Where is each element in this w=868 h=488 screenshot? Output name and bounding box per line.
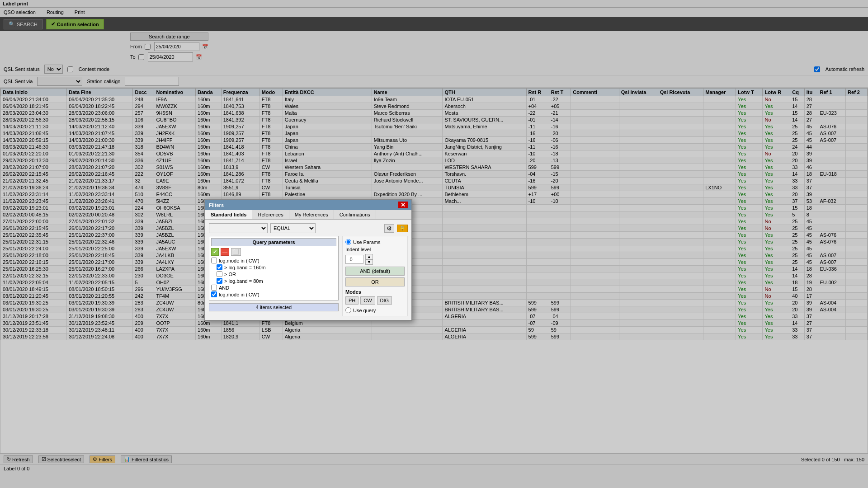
modal-overlay: Filters ✕ Standard fields References My … [0,0,868,488]
qp-remove-button[interactable]: — [221,248,229,256]
qp-item-3: > OR [211,271,336,277]
lock-button[interactable]: 🔒 [397,225,408,232]
items-selected-bar: 4 items selected [209,303,339,311]
indent-up-btn[interactable]: ▲ [365,254,373,259]
qp-add-button[interactable]: ✔ [211,248,219,256]
mode-dig-button[interactable]: DIG [377,296,392,305]
qp-item-2: > log.band = 160m [211,264,336,270]
qp-check-5[interactable] [211,285,217,291]
gear-button[interactable]: ⚙ [384,224,394,233]
indent-level-label: Indent level [345,247,371,252]
qp-label-1: log.mode in ('CW') [219,258,259,263]
qp-item-1: log.mode in ('CW') [211,258,336,263]
indent-value-row: ▲ ▼ [345,254,405,265]
qp-check-4[interactable] [217,278,222,284]
use-query-row: Use query [345,307,405,313]
filters-modal: Filters ✕ Standard fields References My … [204,199,412,321]
qp-check-3[interactable] [217,271,222,277]
modes-row: PH CW DIG [345,296,405,305]
indent-level-row: Indent level [345,247,405,252]
qp-toolbar: ✔ — ⬜ [211,248,336,256]
qp-check-2[interactable] [217,264,222,270]
query-params-title: Query parameters [211,238,336,246]
use-query-label: Use query [353,308,376,313]
qp-label-4: > log.band = 80m [224,278,263,284]
field-select[interactable] [209,223,268,233]
modal-filter-row: EQUAL ⚙ 🔒 [209,223,408,233]
modal-body: EQUAL ⚙ 🔒 Query parameters ✔ [205,220,411,320]
equal-select[interactable]: EQUAL [270,223,316,233]
modal-title-bar: Filters ✕ [205,200,411,210]
modes-label: Modes [345,289,405,295]
mode-cw-button[interactable]: CW [360,296,375,305]
modal-tab-standard[interactable]: Standard fields [205,210,252,219]
query-params-box: Query parameters ✔ — ⬜ log.mode in ('CW'… [209,236,339,300]
modal-section: Query parameters ✔ — ⬜ log.mode in ('CW'… [209,236,408,316]
modal-tab-references[interactable]: References [252,210,289,219]
mode-ph-button[interactable]: PH [345,296,359,305]
modal-tabs: Standard fields References My References… [205,210,411,220]
modal-left-section: Query parameters ✔ — ⬜ log.mode in ('CW'… [209,236,339,316]
indent-down-btn[interactable]: ▼ [365,259,373,265]
qp-check-1[interactable] [211,258,217,263]
qp-label-5: AND [219,285,229,291]
modal-tab-confirmations[interactable]: Confirmations [334,210,376,219]
qp-copy-button[interactable]: ⬜ [231,248,241,256]
qp-item-5: AND [211,285,336,291]
modal-close-button[interactable]: ✕ [398,202,408,208]
qp-item-4: > log.band = 80m [211,278,336,284]
use-params-row: Use Params [345,239,405,245]
use-params-radio[interactable] [345,239,351,245]
modal-title: Filters [209,202,224,208]
qp-item-6: log.mode in ('CW') [211,291,336,297]
qp-label-3: > OR [224,272,236,277]
use-query-radio[interactable] [345,307,351,313]
or-button[interactable]: OR [345,277,405,286]
qp-label-2: > log.band = 160m [224,265,266,270]
modal-tab-my-references[interactable]: My References [289,210,334,219]
use-params-label: Use Params [353,239,381,245]
indent-input[interactable] [345,255,363,264]
modal-right-panel: Use Params Indent level ▲ ▼ AND (default… [342,236,408,316]
qp-check-6[interactable] [211,291,217,297]
qp-label-6: log.mode in ('CW') [219,292,259,297]
and-button[interactable]: AND (default) [345,267,405,276]
